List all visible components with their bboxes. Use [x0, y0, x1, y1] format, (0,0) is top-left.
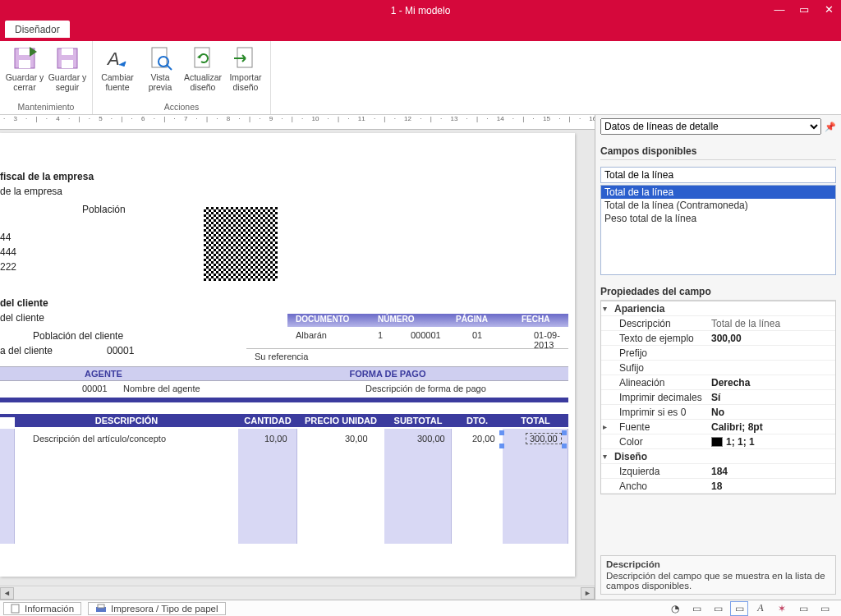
preview-button[interactable]: Vista previa [139, 43, 182, 101]
client-code-label: a del cliente [0, 345, 53, 356]
col-h-descripcion: DESCRIPCIÓN [15, 414, 238, 427]
document-icon [11, 604, 21, 614]
agent-h-agente: AGENTE [0, 366, 207, 381]
view-icon-4[interactable]: ▭ [731, 602, 747, 615]
line-dto[interactable]: 20,00 [472, 434, 495, 444]
docinfo-v-documento: Albarán [296, 330, 327, 340]
num-1: 44 [0, 232, 11, 243]
docinfo-v-pagina: 01 [472, 330, 482, 340]
view-icon-3[interactable]: ▭ [710, 602, 726, 615]
client-pob: Población del cliente [33, 330, 123, 342]
company-fiscal-title: fiscal de la empresa [0, 171, 94, 182]
side-panel: Datos de líneas de detalle 📌 Campos disp… [595, 115, 841, 600]
refresh-design-button[interactable]: Actualizar diseño [182, 43, 224, 101]
ribbon-group-maintenance-label: Mantenimiento [3, 101, 89, 113]
agent-code: 00001 [82, 384, 108, 393]
property-grid[interactable]: ▾Apariencia DescripciónTotal de la línea… [600, 301, 836, 494]
docinfo-v-numero-b: 000001 [411, 330, 441, 340]
line-qty[interactable]: 10,00 [264, 434, 287, 444]
field-search-input[interactable] [600, 167, 836, 183]
ribbon-tabstrip: Diseñador [0, 21, 841, 41]
svg-rect-1 [19, 48, 30, 55]
qr-code [204, 207, 278, 281]
refresh-icon [190, 45, 216, 71]
company-poblacion: Población [82, 204, 126, 215]
window-title: 1 - Mi modelo [391, 5, 451, 16]
agent-name: Nombre del agente [123, 384, 200, 393]
col-h-cantidad: CANTIDAD [238, 414, 297, 427]
view-icon-1[interactable]: ◔ [667, 602, 683, 615]
horizontal-ruler: · 3 · | · 4 · | · 5 · | · 6 · | · 7 · | … [0, 115, 595, 130]
scroll-right-button[interactable]: ► [581, 587, 595, 600]
report-page: fiscal de la empresa de la empresa Pobla… [0, 133, 575, 577]
col-h-subtotal: SUBTOTAL [384, 414, 452, 427]
svg-rect-2 [19, 60, 30, 68]
ribbon-group-actions-label: Acciones [96, 101, 267, 113]
view-icon-5[interactable]: A [752, 602, 769, 615]
available-fields-title: Campos disponibles [600, 143, 836, 160]
view-icon-2[interactable]: ▭ [688, 602, 705, 615]
docinfo-v-fecha: 01-09-2013 [534, 330, 575, 350]
field-option-peso[interactable]: Peso total de la línea [601, 212, 835, 225]
status-info-button[interactable]: Información [3, 602, 81, 615]
save-continue-icon [54, 45, 80, 71]
titlebar: 1 - Mi modelo — ▭ ✕ [0, 0, 841, 21]
docinfo-h-numero: NÚMERO [378, 315, 414, 324]
company-sub: de la empresa [0, 186, 62, 197]
col-h-total: TOTAL [503, 414, 568, 427]
view-icon-6[interactable]: ✶ [774, 602, 790, 615]
docinfo-ref: Su referencia [255, 352, 308, 361]
minimize-button[interactable]: — [767, 0, 792, 18]
agent-pay: Descripción de forma de pago [365, 384, 486, 393]
status-printer-button[interactable]: Impresora / Tipo de papel [88, 602, 225, 615]
svg-rect-4 [62, 48, 73, 55]
client-sub: del cliente [0, 312, 44, 324]
svg-rect-5 [62, 60, 73, 68]
client-title: del cliente [0, 297, 48, 309]
line-desc[interactable]: Descripción del artículo/concepto [33, 434, 166, 444]
docinfo-v-numero-a: 1 [378, 330, 383, 340]
design-canvas[interactable]: fiscal de la empresa de la empresa Pobla… [0, 130, 595, 586]
import-icon [232, 45, 259, 71]
view-icon-7[interactable]: ▭ [795, 602, 811, 615]
col-h-precio: PRECIO UNIDAD [297, 414, 384, 427]
tab-designer[interactable]: Diseñador [5, 21, 70, 38]
statusbar: Información Impresora / Tipo de papel ◔ … [0, 600, 841, 616]
horizontal-scrollbar[interactable]: ◄ ► [0, 586, 595, 600]
change-font-button[interactable]: A Cambiar fuente [96, 43, 139, 101]
printer-icon [95, 604, 107, 614]
property-description: Descripción Descripción del campo que se… [600, 555, 836, 595]
docinfo-sep [246, 348, 568, 349]
font-icon: A [104, 45, 131, 71]
num-3: 222 [0, 261, 16, 273]
svg-rect-12 [11, 605, 19, 613]
ribbon: Guardar y cerrar Guardar y seguir Manten… [0, 41, 841, 115]
maximize-button[interactable]: ▭ [792, 0, 816, 18]
scroll-left-button[interactable]: ◄ [0, 587, 14, 600]
docinfo-h-pagina: PÁGINA [456, 315, 488, 324]
docinfo-h-fecha: FECHA [522, 315, 549, 324]
field-option-total[interactable]: Total de la línea [601, 186, 835, 199]
num-2: 444 [0, 246, 16, 258]
client-code: 00001 [107, 345, 134, 356]
line-sub[interactable]: 300,00 [417, 434, 445, 444]
save-close-icon [11, 45, 38, 71]
field-option-total-contra[interactable]: Total de la línea (Contramoneda) [601, 199, 835, 212]
line-total-selected[interactable]: 300,00 [526, 433, 562, 444]
view-icon-8[interactable]: ▭ [816, 602, 833, 615]
svg-rect-14 [98, 605, 104, 608]
import-design-button[interactable]: Importar diseño [224, 43, 267, 101]
close-button[interactable]: ✕ [816, 0, 841, 18]
data-source-combo[interactable]: Datos de líneas de detalle [600, 118, 821, 135]
preview-icon [147, 45, 173, 71]
pin-icon[interactable]: 📌 [825, 122, 836, 132]
svg-text:A: A [106, 48, 120, 69]
docinfo-h-documento: DOCUMENTO [296, 315, 349, 324]
save-close-button[interactable]: Guardar y cerrar [3, 43, 46, 101]
status-view-icons: ◔ ▭ ▭ ▭ A ✶ ▭ ▭ [667, 602, 841, 615]
save-continue-button[interactable]: Guardar y seguir [46, 43, 89, 101]
svg-line-9 [167, 65, 172, 70]
field-list[interactable]: Total de la línea Total de la línea (Con… [600, 185, 836, 275]
line-price[interactable]: 30,00 [345, 434, 368, 444]
col-h-dto: DTO. [452, 414, 503, 427]
